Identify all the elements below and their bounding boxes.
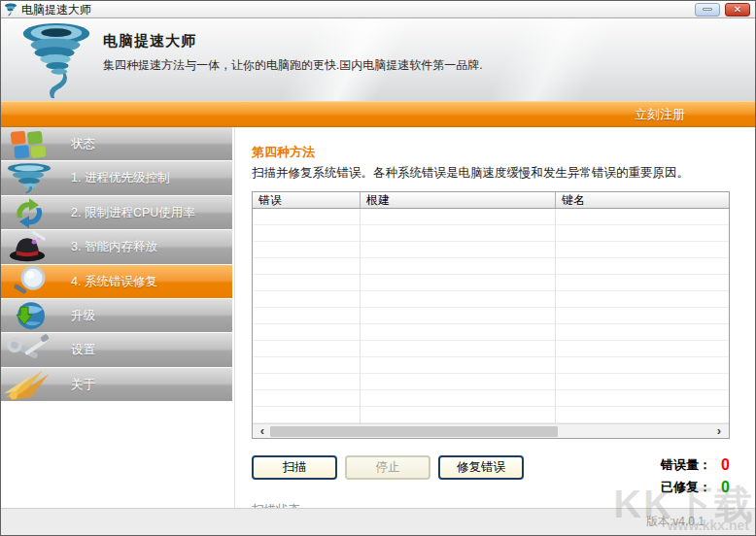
sidebar-item-label: 状态 — [71, 127, 95, 160]
sidebar-item-label: 2. 限制进程CPU使用率 — [71, 196, 195, 229]
register-now-link[interactable]: 立刻注册 — [635, 106, 685, 123]
sidebar-item-label: 升级 — [71, 299, 95, 332]
main-panel: 第四种方法 扫描并修复系统错误。各种系统错误是电脑速度缓慢和发生异常错误的重要原… — [234, 127, 755, 508]
fix-errors-button[interactable]: 修复错误 — [438, 455, 524, 480]
errors-count-value: 0 — [721, 458, 730, 472]
sidebar-item-label: 关于 — [71, 368, 95, 401]
app-window: 电脑提速大师 电脑提速大师 集四种提速方法与一体，让你的电脑跑的更快.国内电脑提… — [0, 0, 756, 536]
errors-count-row: 错误量： 0 — [661, 456, 730, 474]
gold-burst-icon — [4, 368, 54, 401]
tools-icon — [4, 333, 54, 366]
app-tornado-icon — [4, 3, 17, 17]
app-tagline: 集四种提速方法与一体，让你的电脑跑的更快.国内电脑提速软件第一品牌. — [103, 57, 483, 74]
fixed-count-value: 0 — [721, 481, 730, 494]
scan-button[interactable]: 扫描 — [252, 455, 337, 480]
sidebar-nav: 状态 1. 进程优先级控制 2. 限制进程CPU使用率 3. 智能内存释放 4. — [1, 127, 232, 401]
register-bar: 立刻注册 — [1, 101, 755, 127]
sidebar-item-upgrade[interactable]: 升级 — [1, 299, 232, 332]
version-label: 版本:v4.0.1 — [646, 514, 704, 530]
close-button[interactable] — [725, 3, 750, 17]
tornado-logo-icon — [18, 21, 94, 101]
stop-button: 停止 — [345, 455, 430, 480]
stats-block: 错误量： 0 已修复： 0 — [661, 455, 730, 496]
horizontal-scrollbar[interactable]: ‹ › — [253, 423, 729, 438]
app-name: 电脑提速大师 — [103, 32, 483, 50]
fixed-count-row: 已修复： 0 — [661, 479, 730, 496]
title-bar: 电脑提速大师 — [1, 1, 755, 18]
magic-hat-icon — [4, 230, 54, 263]
sidebar-item-system-error-repair[interactable]: 4. 系统错误修复 — [1, 265, 232, 298]
errors-count-label: 错误量： — [661, 456, 711, 474]
method-description: 扫描并修复系统错误。各种系统错误是电脑速度缓慢和发生异常错误的重要原因。 — [252, 165, 728, 182]
header-text: 电脑提速大师 集四种提速方法与一体，让你的电脑跑的更快.国内电脑提速软件第一品牌… — [103, 32, 483, 74]
windows-flag-icon — [4, 127, 54, 160]
sidebar-item-process-priority[interactable]: 1. 进程优先级控制 — [1, 161, 232, 194]
column-header-error[interactable]: 错误 — [253, 192, 360, 208]
error-table: 错误 根建 键名 ‹ › — [252, 191, 730, 439]
window-controls — [695, 3, 755, 17]
header-banner: 电脑提速大师 集四种提速方法与一体，让你的电脑跑的更快.国内电脑提速软件第一品牌… — [1, 19, 755, 101]
window-title: 电脑提速大师 — [21, 1, 91, 18]
method-title: 第四种方法 — [252, 144, 728, 161]
sidebar-item-memory-release[interactable]: 3. 智能内存释放 — [1, 230, 232, 263]
column-divider — [360, 209, 361, 423]
globe-download-icon — [4, 299, 54, 332]
scroll-left-arrow-icon[interactable]: ‹ — [255, 424, 270, 439]
magnifier-icon — [4, 265, 54, 298]
sidebar-item-label: 1. 进程优先级控制 — [71, 161, 169, 194]
column-header-key-name[interactable]: 键名 — [555, 192, 729, 208]
sidebar-item-label: 4. 系统错误修复 — [71, 265, 157, 298]
table-header-row: 错误 根建 键名 — [253, 192, 729, 209]
sidebar-item-about[interactable]: 关于 — [1, 368, 232, 401]
sidebar-item-status[interactable]: 状态 — [1, 127, 232, 160]
recycle-arrows-icon — [4, 196, 54, 229]
action-row: 扫描 停止 修复错误 错误量： 0 已修复： 0 — [252, 455, 730, 496]
scroll-right-arrow-icon[interactable]: › — [711, 424, 727, 439]
sidebar-item-label: 设置 — [71, 333, 95, 366]
fixed-count-label: 已修复： — [661, 479, 711, 496]
table-body-empty — [253, 209, 729, 423]
minimize-button[interactable] — [695, 3, 720, 17]
tornado-icon — [4, 161, 54, 194]
column-header-root-key[interactable]: 根建 — [360, 192, 555, 208]
status-bar: 版本:v4.0.1 — [1, 508, 755, 535]
sidebar-item-cpu-limit[interactable]: 2. 限制进程CPU使用率 — [1, 196, 232, 229]
column-divider — [555, 209, 556, 423]
sidebar-item-settings[interactable]: 设置 — [1, 333, 232, 366]
sidebar-item-label: 3. 智能内存释放 — [71, 230, 157, 263]
scrollbar-thumb[interactable] — [270, 426, 558, 437]
minimize-icon — [703, 8, 712, 11]
